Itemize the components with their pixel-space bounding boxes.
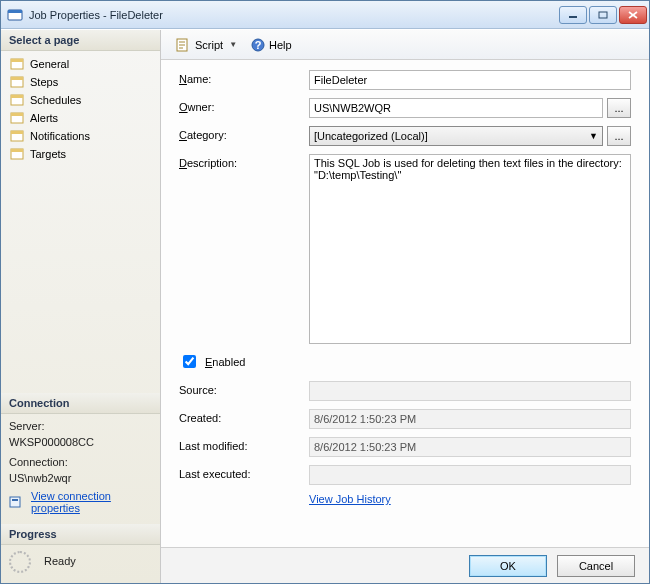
page-alerts[interactable]: Alerts [5, 109, 156, 127]
category-combo[interactable]: [Uncategorized (Local)] ▼ [309, 126, 603, 146]
page-schedules[interactable]: Schedules [5, 91, 156, 109]
script-label: Script [195, 39, 223, 51]
help-label: Help [269, 39, 292, 51]
script-button[interactable]: Script ▼ [171, 36, 241, 54]
title-bar[interactable]: Job Properties - FileDeleter [1, 1, 649, 29]
category-label: Category: [179, 126, 309, 141]
view-job-history-link[interactable]: View Job History [309, 493, 391, 505]
owner-field[interactable] [309, 98, 603, 118]
category-value: [Uncategorized (Local)] [314, 130, 428, 142]
page-label: Schedules [30, 94, 81, 106]
page-steps[interactable]: Steps [5, 73, 156, 91]
page-icon [10, 129, 26, 143]
window-title: Job Properties - FileDeleter [29, 9, 559, 21]
close-button[interactable] [619, 6, 647, 24]
page-icon [10, 57, 26, 71]
created-field [309, 409, 631, 429]
page-label: Alerts [30, 112, 58, 124]
window-buttons [559, 6, 647, 24]
chevron-down-icon: ▼ [229, 40, 237, 49]
enabled-checkbox[interactable] [183, 355, 196, 368]
right-panel: Script ▼ ? Help Name: Owner: ... [161, 30, 649, 583]
svg-rect-1 [8, 10, 22, 13]
page-icon [10, 111, 26, 125]
connection-label: Connection: [9, 456, 152, 468]
help-button[interactable]: ? Help [247, 36, 296, 54]
toolbar: Script ▼ ? Help [161, 30, 649, 60]
help-icon: ? [251, 38, 265, 52]
progress-header: Progress [1, 524, 160, 545]
page-targets[interactable]: Targets [5, 145, 156, 163]
source-label: Source: [179, 381, 309, 396]
last-modified-field [309, 437, 631, 457]
svg-rect-17 [11, 149, 23, 152]
page-label: Notifications [30, 130, 90, 142]
app-icon [7, 7, 23, 23]
page-icon [10, 75, 26, 89]
page-label: Targets [30, 148, 66, 160]
view-connection-properties-link[interactable]: View connection properties [31, 490, 152, 514]
svg-rect-13 [11, 113, 23, 116]
dialog-window: Job Properties - FileDeleter Select a pa… [0, 0, 650, 584]
svg-rect-11 [11, 95, 23, 98]
page-icon [10, 147, 26, 161]
svg-text:?: ? [255, 39, 262, 51]
owner-browse-button[interactable]: ... [607, 98, 631, 118]
name-label: Name: [179, 70, 309, 85]
name-field[interactable] [309, 70, 631, 90]
server-value: WKSP000008CC [9, 436, 152, 448]
page-general[interactable]: General [5, 55, 156, 73]
svg-rect-7 [11, 59, 23, 62]
cancel-button[interactable]: Cancel [557, 555, 635, 577]
chevron-down-icon: ▼ [589, 131, 598, 141]
progress-spinner-icon [9, 551, 31, 573]
maximize-button[interactable] [589, 6, 617, 24]
page-notifications[interactable]: Notifications [5, 127, 156, 145]
dialog-body: Select a page General Steps Schedules Al… [1, 29, 649, 583]
source-field [309, 381, 631, 401]
description-field[interactable] [309, 154, 631, 344]
svg-rect-15 [11, 131, 23, 134]
last-executed-field [309, 465, 631, 485]
category-browse-button[interactable]: ... [607, 126, 631, 146]
last-executed-label: Last executed: [179, 465, 309, 480]
description-label: Description: [179, 154, 309, 169]
owner-label: Owner: [179, 98, 309, 113]
select-page-header: Select a page [1, 30, 160, 51]
svg-rect-19 [12, 499, 18, 501]
server-label: Server: [9, 420, 152, 432]
page-list: General Steps Schedules Alerts Notificat… [1, 51, 160, 167]
created-label: Created: [179, 409, 309, 424]
connection-header: Connection [1, 393, 160, 414]
script-icon [175, 38, 191, 52]
svg-rect-9 [11, 77, 23, 80]
last-modified-label: Last modified: [179, 437, 309, 452]
progress-status: Ready [44, 555, 76, 567]
page-label: General [30, 58, 69, 70]
page-label: Steps [30, 76, 58, 88]
left-panel: Select a page General Steps Schedules Al… [1, 30, 161, 583]
form-area: Name: Owner: ... Category: [Uncategorize… [161, 60, 649, 547]
minimize-button[interactable] [559, 6, 587, 24]
enabled-label: Enabled [205, 356, 245, 368]
connection-value: US\nwb2wqr [9, 472, 152, 484]
ellipsis-label: ... [614, 102, 623, 114]
svg-rect-18 [10, 497, 20, 507]
connection-properties-icon [9, 495, 25, 509]
ok-button[interactable]: OK [469, 555, 547, 577]
progress-body: Ready [1, 545, 160, 583]
svg-rect-3 [599, 12, 607, 18]
page-icon [10, 93, 26, 107]
dialog-footer: OK Cancel [161, 547, 649, 583]
connection-body: Server: WKSP000008CC Connection: US\nwb2… [1, 414, 160, 524]
ellipsis-label: ... [614, 130, 623, 142]
